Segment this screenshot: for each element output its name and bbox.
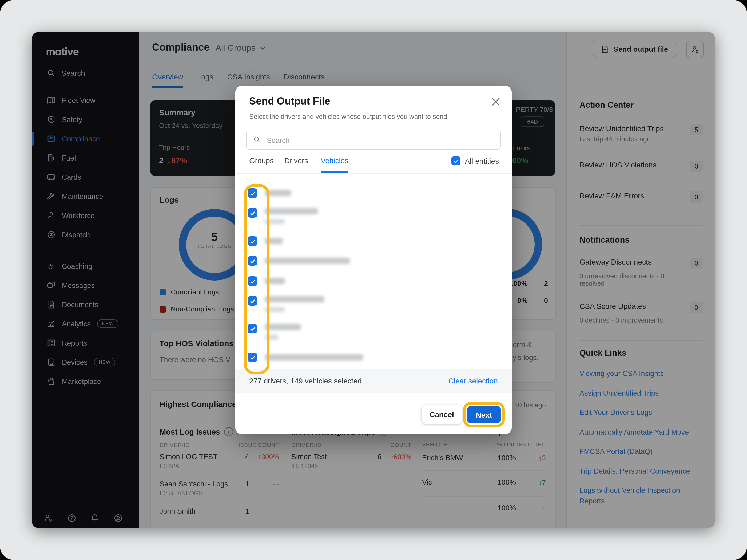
selection-footer: 277 drivers, 149 vehicles selected Clear…	[235, 369, 512, 393]
modal-tab-vehicles[interactable]: Vehicles	[321, 156, 349, 173]
entity-name-redacted	[265, 296, 325, 302]
screenshot-stage: motive Search Fleet View Safety Complian…	[0, 0, 747, 560]
next-button-highlight-annotation: Next	[463, 402, 505, 427]
send-output-file-modal: Send Output File Select the drivers and …	[235, 86, 512, 434]
entity-name-redacted	[265, 258, 350, 264]
modal-search	[246, 130, 501, 150]
modal-tab-groups[interactable]: Groups	[249, 156, 274, 171]
app-window: motive Search Fleet View Safety Complian…	[32, 32, 715, 528]
close-icon[interactable]	[491, 98, 500, 106]
checkbox-checked-icon	[452, 156, 461, 165]
clear-selection-link[interactable]: Clear selection	[448, 376, 498, 385]
modal-tabs: Groups Drivers Vehicles All entities	[235, 156, 512, 174]
entity-name-redacted	[265, 324, 301, 330]
selection-summary: 277 drivers, 149 vehicles selected	[249, 376, 362, 385]
cancel-button[interactable]: Cancel	[421, 405, 462, 424]
entity-name-redacted	[265, 354, 363, 361]
modal-tab-drivers[interactable]: Drivers	[284, 156, 308, 171]
all-entities-label: All entities	[465, 157, 499, 165]
modal-subtitle: Select the drivers and vehicles whose ou…	[249, 113, 449, 121]
next-button[interactable]: Next	[467, 406, 501, 424]
entity-list	[235, 174, 512, 369]
entity-name-redacted	[265, 208, 318, 214]
modal-title: Send Output File	[249, 96, 330, 107]
checkbox-column-highlight-annotation	[244, 184, 269, 374]
all-entities-toggle[interactable]: All entities	[452, 156, 499, 165]
modal-search-input[interactable]	[266, 130, 496, 151]
search-icon	[253, 135, 261, 143]
